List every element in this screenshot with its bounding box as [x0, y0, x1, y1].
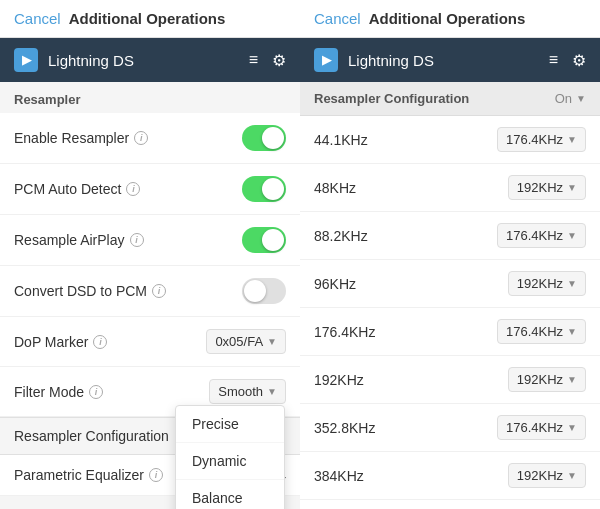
convert-dsd-toggle[interactable] [242, 278, 286, 304]
pcm-auto-detect-label: PCM Auto Detect i [14, 181, 140, 197]
config-value-96khz: 192KHz [517, 276, 563, 291]
dop-marker-row: DoP Marker i 0x05/FA ▼ [0, 317, 300, 367]
config-value-176-4khz: 176.4KHz [506, 324, 563, 339]
config-row-384khz: 384KHz 192KHz ▼ [300, 452, 600, 500]
config-value-352-8khz: 176.4KHz [506, 420, 563, 435]
config-dropdown-384khz[interactable]: 192KHz ▼ [508, 463, 586, 488]
resampler-section-header: Resampler [0, 82, 300, 113]
right-panel: Cancel Additional Operations ▶ Lightning… [300, 0, 600, 509]
config-dropdown-44-1khz[interactable]: 176.4KHz ▼ [497, 127, 586, 152]
enable-resampler-row: Enable Resampler i [0, 113, 300, 164]
right-gear-button[interactable]: ⚙ [572, 51, 586, 70]
resampler-config-section-label: Resampler Configuration [14, 428, 169, 444]
pcm-auto-detect-toggle[interactable] [242, 176, 286, 202]
left-menu-button[interactable]: ≡ [249, 51, 258, 69]
parametric-eq-info-icon[interactable]: i [149, 468, 163, 482]
config-label-44-1khz: 44.1KHz [314, 132, 368, 148]
dop-marker-label: DoP Marker i [14, 334, 107, 350]
config-row-48khz: 48KHz 192KHz ▼ [300, 164, 600, 212]
filter-mode-row: Filter Mode i Smooth ▼ Precise Dynamic B… [0, 367, 300, 417]
config-row-96khz: 96KHz 192KHz ▼ [300, 260, 600, 308]
config-arrow-48khz: ▼ [567, 182, 577, 193]
left-panel-content: Resampler Enable Resampler i PCM Auto De… [0, 82, 300, 509]
right-resampler-config-title: Resampler Configuration [314, 91, 469, 106]
right-panel-content: Resampler Configuration On ▼ 44.1KHz 176… [300, 82, 600, 509]
filter-mode-menu: Precise Dynamic Balance Smooth [175, 405, 285, 509]
convert-dsd-label: Convert DSD to PCM i [14, 283, 166, 299]
left-cancel-button[interactable]: Cancel [14, 10, 61, 27]
dop-marker-info-icon[interactable]: i [93, 335, 107, 349]
enable-resampler-info-icon[interactable]: i [134, 131, 148, 145]
enable-resampler-toggle-thumb [262, 127, 284, 149]
config-row-176-4khz: 176.4KHz 176.4KHz ▼ [300, 308, 600, 356]
right-panel-header: Cancel Additional Operations [300, 0, 600, 38]
play-icon-right: ▶ [322, 53, 331, 67]
filter-mode-option-precise[interactable]: Precise [176, 406, 284, 443]
left-app-bar-icons: ≡ ⚙ [249, 51, 286, 70]
filter-mode-label: Filter Mode i [14, 384, 103, 400]
filter-mode-arrow: ▼ [267, 386, 277, 397]
pcm-auto-detect-toggle-thumb [262, 178, 284, 200]
filter-mode-info-icon[interactable]: i [89, 385, 103, 399]
app-logo-right: ▶ [314, 48, 338, 72]
config-arrow-96khz: ▼ [567, 278, 577, 289]
config-label-384khz: 384KHz [314, 468, 364, 484]
config-row-192khz: 192KHz 192KHz ▼ [300, 356, 600, 404]
config-value-44-1khz: 176.4KHz [506, 132, 563, 147]
filter-mode-option-dynamic[interactable]: Dynamic [176, 443, 284, 480]
right-resampler-config-header: Resampler Configuration On ▼ [300, 82, 600, 116]
config-dropdown-88-2khz[interactable]: 176.4KHz ▼ [497, 223, 586, 248]
right-app-bar: ▶ Lightning DS ≡ ⚙ [300, 38, 600, 82]
config-arrow-192khz: ▼ [567, 374, 577, 385]
config-row-dsd64-44x: DSD64(44x) DSD64(44x) DoP ▼ [300, 500, 600, 509]
convert-dsd-info-icon[interactable]: i [152, 284, 166, 298]
config-dropdown-352-8khz[interactable]: 176.4KHz ▼ [497, 415, 586, 440]
enable-resampler-label: Enable Resampler i [14, 130, 148, 146]
left-app-name: Lightning DS [48, 52, 239, 69]
config-row-44-1khz: 44.1KHz 176.4KHz ▼ [300, 116, 600, 164]
config-arrow-352-8khz: ▼ [567, 422, 577, 433]
left-gear-button[interactable]: ⚙ [272, 51, 286, 70]
convert-dsd-row: Convert DSD to PCM i [0, 266, 300, 317]
pcm-auto-detect-info-icon[interactable]: i [126, 182, 140, 196]
filter-mode-option-balance[interactable]: Balance [176, 480, 284, 509]
resample-airplay-info-icon[interactable]: i [130, 233, 144, 247]
left-app-bar: ▶ Lightning DS ≡ ⚙ [0, 38, 300, 82]
resampler-on-badge[interactable]: On ▼ [555, 91, 586, 106]
dop-marker-value: 0x05/FA [215, 334, 263, 349]
config-value-88-2khz: 176.4KHz [506, 228, 563, 243]
config-arrow-176-4khz: ▼ [567, 326, 577, 337]
right-app-bar-icons: ≡ ⚙ [549, 51, 586, 70]
left-panel-header: Cancel Additional Operations [0, 0, 300, 38]
config-value-48khz: 192KHz [517, 180, 563, 195]
dop-marker-dropdown[interactable]: 0x05/FA ▼ [206, 329, 286, 354]
resampler-on-arrow: ▼ [576, 93, 586, 104]
resample-airplay-row: Resample AirPlay i [0, 215, 300, 266]
resampler-on-value: On [555, 91, 572, 106]
enable-resampler-toggle[interactable] [242, 125, 286, 151]
left-panel: Cancel Additional Operations ▶ Lightning… [0, 0, 300, 509]
filter-mode-dropdown[interactable]: Smooth ▼ Precise Dynamic Balance Smooth [209, 379, 286, 404]
config-label-96khz: 96KHz [314, 276, 356, 292]
config-label-176-4khz: 176.4KHz [314, 324, 375, 340]
config-row-352-8khz: 352.8KHz 176.4KHz ▼ [300, 404, 600, 452]
config-dropdown-192khz[interactable]: 192KHz ▼ [508, 367, 586, 392]
config-value-384khz: 192KHz [517, 468, 563, 483]
config-dropdown-176-4khz[interactable]: 176.4KHz ▼ [497, 319, 586, 344]
config-label-352-8khz: 352.8KHz [314, 420, 375, 436]
resample-airplay-label: Resample AirPlay i [14, 232, 144, 248]
right-panel-title: Additional Operations [369, 10, 586, 27]
config-row-88-2khz: 88.2KHz 176.4KHz ▼ [300, 212, 600, 260]
resample-airplay-toggle[interactable] [242, 227, 286, 253]
config-dropdown-48khz[interactable]: 192KHz ▼ [508, 175, 586, 200]
parametric-eq-label: Parametric Equalizer i [14, 467, 163, 483]
config-dropdown-96khz[interactable]: 192KHz ▼ [508, 271, 586, 296]
config-value-192khz: 192KHz [517, 372, 563, 387]
right-cancel-button[interactable]: Cancel [314, 10, 361, 27]
play-icon-left: ▶ [22, 53, 31, 67]
config-arrow-88-2khz: ▼ [567, 230, 577, 241]
convert-dsd-toggle-thumb [244, 280, 266, 302]
resample-airplay-toggle-thumb [262, 229, 284, 251]
right-menu-button[interactable]: ≡ [549, 51, 558, 69]
config-arrow-384khz: ▼ [567, 470, 577, 481]
